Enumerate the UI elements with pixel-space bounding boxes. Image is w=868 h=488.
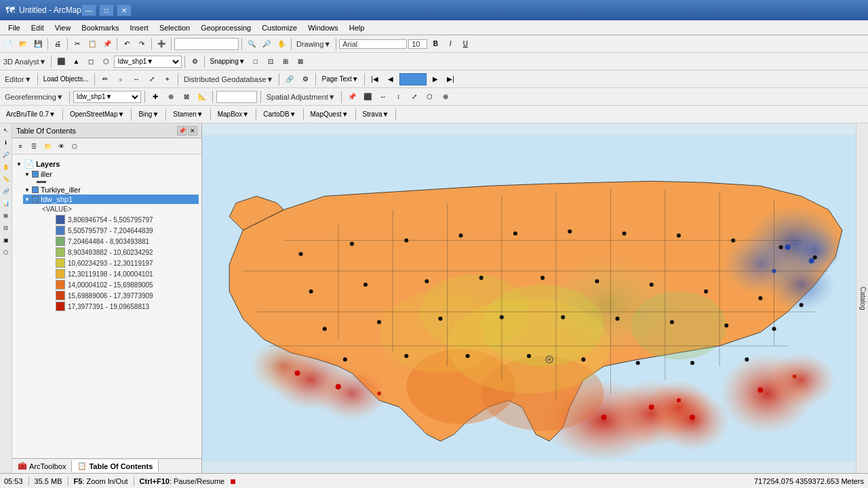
turkiye-checkbox[interactable] [32,186,39,193]
georef-tool2[interactable]: ⊕ [164,90,178,104]
undo-button[interactable]: ↶ [120,37,134,51]
redo-button[interactable]: ↷ [135,37,149,51]
editor-label[interactable]: Editor▼ [3,75,34,83]
spatial-tool5[interactable]: ⤢ [408,90,421,104]
toc-selection-view[interactable]: ⬡ [68,140,81,152]
idw-checkbox[interactable] [32,196,39,203]
ext-btn-stamen-[interactable]: Stamen▼ [170,108,206,121]
info-tool[interactable]: ℹ [1,137,12,148]
distributed-label[interactable]: Distributed Geodatabase▼ [182,75,276,83]
arctoolbox-tab[interactable]: 🧰 ArcToolbox [12,460,72,472]
menu-item-file[interactable]: File [3,22,26,33]
page-nav3[interactable]: ▶ [429,73,442,86]
page-text-btn[interactable]: Page Text▼ [319,73,360,86]
menu-item-insert[interactable]: Insert [124,22,154,33]
close-button[interactable]: ✕ [117,4,132,16]
cut-button[interactable]: ✂ [71,37,84,51]
pan-tool[interactable]: ✋ [1,161,12,172]
map-tool1[interactable]: ⊞ [1,210,12,221]
edit-tool4[interactable]: ⤢ [145,73,159,86]
analyst-tool3[interactable]: ◻ [84,55,98,68]
toc-tab[interactable]: 📋 Table Of Contents [72,460,159,472]
spatial-adj-label[interactable]: Spatial Adjustment▼ [264,93,338,101]
analyst-settings[interactable]: ⚙ [188,55,201,68]
toc-details-view[interactable]: ☰ [28,140,40,152]
map-tool3[interactable]: ▣ [1,235,12,245]
toc-pin-button[interactable]: 📌 [177,126,186,136]
iller-layer-item[interactable]: ▼ iller [23,169,199,179]
idw-expand[interactable]: ▼ [24,197,30,203]
spatial-tool1[interactable]: 📌 [345,90,359,104]
map-tool4[interactable]: ⬡ [1,247,12,258]
hyperlink-tool[interactable]: 🔗 [1,186,12,197]
layers-expand[interactable]: ▼ [16,161,22,167]
spatial-tool6[interactable]: ⬡ [423,90,437,104]
bold-button[interactable]: B [429,37,442,51]
menu-item-selection[interactable]: Selection [154,22,195,33]
dist-tool1[interactable]: 🔗 [283,73,296,86]
toc-source-view[interactable]: 📁 [41,140,54,152]
dist-tool2[interactable]: ⚙ [298,73,312,86]
georef-layer-select[interactable]: Idw_shp1▼ [73,91,141,103]
ext-btn-openstreetmap-[interactable]: OpenStreetMap▼ [66,108,128,121]
analyst-layer-select[interactable]: Idw_shp1▼ [114,56,182,68]
georef-label[interactable]: Georeferencing▼ [3,93,66,101]
paste-button[interactable]: 📌 [100,37,114,51]
iller-expand[interactable]: ▼ [24,171,30,178]
measure-tool[interactable]: 📏 [1,174,12,184]
print-button[interactable]: 🖨 [51,37,64,51]
italic-button[interactable]: I [443,37,457,51]
spatial-tool7[interactable]: ⊕ [439,90,452,104]
layers-header[interactable]: ▼ 📄 Layers [15,159,199,169]
maximize-button[interactable]: □ [99,4,114,16]
menu-item-bookmarks[interactable]: Bookmarks [76,22,124,33]
scale-input[interactable]: 1:7,144.521 [174,38,239,50]
catalog-tab[interactable]: Catalog [858,284,868,312]
snap2[interactable]: ⊡ [264,55,277,68]
menu-item-edit[interactable]: Edit [26,22,50,33]
identify-tool[interactable]: 🔎 [1,149,12,160]
minimize-button[interactable]: — [81,4,96,16]
edit-tool3[interactable]: ↔ [130,73,143,86]
add-data-button[interactable]: ➕ [155,37,168,51]
menu-item-geoprocessing[interactable]: Geoprocessing [195,22,256,33]
spatial-tool3[interactable]: ↔ [376,90,390,104]
ext-btn-mapquest-[interactable]: MapQuest▼ [307,108,352,121]
new-button[interactable]: 📄 [1,37,15,51]
ext-btn-cartodb-[interactable]: CartoDB▼ [260,108,299,121]
spatial-tool2[interactable]: ⬛ [361,90,374,104]
select-tool[interactable]: ↖ [1,125,12,136]
map-view[interactable] [202,123,856,473]
turkiye-layer-item[interactable]: ▼ Turkiye_iller [23,185,199,195]
toc-list-view[interactable]: ≡ [14,140,26,152]
zoom-in-button[interactable]: 🔍 [245,37,258,51]
ext-btn-bing-[interactable]: Bing▼ [135,108,162,121]
georef-tool4[interactable]: 📐 [195,90,209,104]
toc-visibility-view[interactable]: 👁 [55,140,67,152]
georef-tool1[interactable]: ✚ [149,90,162,104]
edit-tool1[interactable]: ✏ [98,73,112,86]
pan-button[interactable]: ✋ [275,37,288,51]
open-button[interactable]: 📂 [16,37,30,51]
turkiye-expand[interactable]: ▼ [24,187,30,193]
menu-item-view[interactable]: View [50,22,77,33]
toc-close-button[interactable]: ✕ [188,126,197,136]
drawing-label[interactable]: Drawing▼ [294,40,333,48]
map-tool2[interactable]: ⊡ [1,222,12,233]
georef-input[interactable] [216,91,257,103]
edit-tool2[interactable]: ⬦ [114,73,127,86]
snapping-label[interactable]: Snapping▼ [208,55,247,68]
georef-tool3[interactable]: ⊠ [180,90,193,104]
page-nav4[interactable]: ▶| [444,73,458,86]
spatial-tool4[interactable]: ↕ [392,90,406,104]
zoom-out-button[interactable]: 🔎 [260,37,273,51]
edit-tool5[interactable]: ⌖ [161,73,174,86]
load-objects-button[interactable]: Load Objects... [41,73,91,86]
save-button[interactable]: 💾 [31,37,45,51]
snap4[interactable]: ⊠ [294,55,307,68]
copy-button[interactable]: 📋 [85,37,99,51]
ext-btn-strava-[interactable]: Strava▼ [359,108,393,121]
page-nav2[interactable]: ◀ [384,73,397,86]
page-input[interactable] [399,73,427,85]
data-tool[interactable]: 📊 [1,198,12,209]
